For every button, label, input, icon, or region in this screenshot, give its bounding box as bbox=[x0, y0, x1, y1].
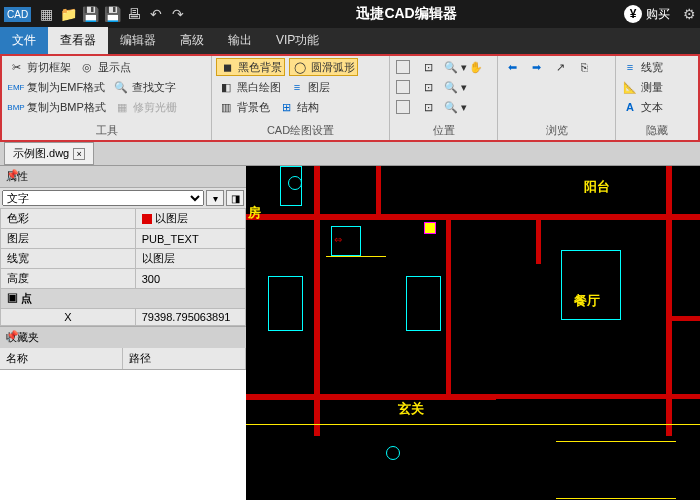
x-cell[interactable]: 79398.795063891 bbox=[135, 309, 245, 326]
buy-button[interactable]: ¥ 购买 bbox=[624, 5, 670, 23]
pin-icon[interactable]: 📌 bbox=[6, 330, 18, 341]
linewidth-button[interactable]: ≡线宽 bbox=[620, 58, 694, 76]
bw-icon: ◧ bbox=[218, 79, 234, 95]
undo-icon[interactable]: ↶ bbox=[145, 3, 167, 25]
nav-copy-button[interactable]: ⎘ bbox=[574, 58, 594, 76]
redo-icon[interactable]: ↷ bbox=[167, 3, 189, 25]
layers-icon: ≡ bbox=[289, 79, 305, 95]
type-combo[interactable]: 文字 bbox=[2, 190, 204, 206]
group-cad-label: CAD绘图设置 bbox=[216, 121, 385, 138]
menu-file[interactable]: 文件 bbox=[0, 27, 48, 54]
zoom-out-button[interactable]: 🔍▾ bbox=[442, 78, 462, 96]
fav-col-name[interactable]: 名称 bbox=[0, 348, 123, 369]
scissors-icon: ✂ bbox=[8, 59, 24, 75]
height-cell[interactable]: 300 bbox=[135, 269, 245, 289]
group-browse-label: 浏览 bbox=[502, 121, 611, 138]
menubar: 文件 查看器 编辑器 高级 输出 VIP功能 bbox=[0, 28, 700, 54]
pan-button[interactable]: ✋ bbox=[466, 58, 486, 76]
nav-right-button[interactable]: ➡ bbox=[526, 58, 546, 76]
app-logo: CAD bbox=[4, 7, 31, 22]
label-room: 房 bbox=[248, 204, 261, 222]
pin-icon[interactable]: 📌 bbox=[6, 169, 18, 180]
emf-icon: EMF bbox=[8, 79, 24, 95]
selection-marker bbox=[424, 222, 436, 234]
clip-frame-button[interactable]: ✂剪切框架 bbox=[6, 58, 73, 76]
ribbon: ✂剪切框架 ◎显示点 EMF复制为EMF格式 🔍查找文字 BMP复制为BMP格式… bbox=[0, 54, 700, 142]
rt-icon: 🔍 bbox=[444, 99, 458, 115]
properties-table: 色彩以图层 图层PUB_TEXT 线宽以图层 高度300 ▣ 点 X79398.… bbox=[0, 208, 246, 326]
black-bg-button[interactable]: ◼黑色背景 bbox=[216, 58, 285, 76]
palette-icon: ▥ bbox=[218, 99, 234, 115]
menu-output[interactable]: 输出 bbox=[216, 27, 264, 54]
zoom-in-button[interactable]: 🔍▾ bbox=[442, 58, 462, 76]
label-balcony: 阳台 bbox=[584, 178, 610, 196]
label-foyer: 玄关 bbox=[398, 400, 424, 418]
zoom-scale-button[interactable]: ⊡ bbox=[418, 98, 438, 116]
search-icon: 🔍 bbox=[113, 79, 129, 95]
bg-color-button[interactable]: ▥背景色 bbox=[216, 98, 272, 116]
zoomin-icon: 🔍 bbox=[444, 59, 458, 75]
dim-label: ⇔ bbox=[334, 234, 342, 245]
text-button[interactable]: A文本 bbox=[620, 98, 694, 116]
nav-out-button[interactable]: ↗ bbox=[550, 58, 570, 76]
menu-viewer[interactable]: 查看器 bbox=[48, 27, 108, 54]
structure-button[interactable]: ⊞结构 bbox=[276, 98, 321, 116]
point-category[interactable]: ▣ 点 bbox=[1, 289, 246, 309]
measure-button[interactable]: 📐测量 bbox=[620, 78, 694, 96]
saveas-icon[interactable]: 💾 bbox=[101, 3, 123, 25]
save-icon[interactable]: 💾 bbox=[79, 3, 101, 25]
combo-btn1[interactable]: ▾ bbox=[206, 190, 224, 206]
sel-icon: ⊡ bbox=[420, 79, 436, 95]
group-hide-label: 隐藏 bbox=[620, 121, 694, 138]
close-tab-icon[interactable]: × bbox=[73, 148, 85, 160]
file-tab-label: 示例图.dwg bbox=[13, 146, 69, 161]
new-icon[interactable]: ▦ bbox=[35, 3, 57, 25]
grid-icon: ▦ bbox=[114, 99, 130, 115]
layers-button[interactable]: ≡图层 bbox=[287, 78, 332, 96]
show-points-button[interactable]: ◎显示点 bbox=[77, 58, 133, 76]
prev-icon bbox=[396, 100, 410, 114]
copy-emf-button[interactable]: EMF复制为EMF格式 bbox=[6, 78, 107, 96]
lw-icon: ≡ bbox=[622, 59, 638, 75]
combo-btn2[interactable]: ◨ bbox=[226, 190, 244, 206]
menu-advanced[interactable]: 高级 bbox=[168, 27, 216, 54]
find-text-button[interactable]: 🔍查找文字 bbox=[111, 78, 178, 96]
lw-cell[interactable]: 以图层 bbox=[135, 249, 245, 269]
properties-header: 属性 📌 bbox=[0, 166, 246, 188]
tree-icon: ⊞ bbox=[278, 99, 294, 115]
open-icon[interactable]: 📁 bbox=[57, 3, 79, 25]
text-icon: A bbox=[622, 99, 638, 115]
color-swatch bbox=[142, 214, 152, 224]
ruler-icon: 📐 bbox=[622, 79, 638, 95]
layer-cell[interactable]: PUB_TEXT bbox=[135, 229, 245, 249]
bw-draw-button[interactable]: ◧黑白绘图 bbox=[216, 78, 283, 96]
print-icon[interactable]: 🖶 bbox=[123, 3, 145, 25]
blackbg-icon: ◼ bbox=[219, 59, 235, 75]
nav-left-button[interactable]: ⬅ bbox=[502, 58, 522, 76]
menu-editor[interactable]: 编辑器 bbox=[108, 27, 168, 54]
file-tab[interactable]: 示例图.dwg × bbox=[4, 142, 94, 165]
group-position-label: 位置 bbox=[394, 121, 493, 138]
color-cell[interactable]: 以图层 bbox=[135, 209, 245, 229]
zoom-extents-button[interactable] bbox=[394, 58, 414, 76]
group-tools-label: 工具 bbox=[6, 121, 207, 138]
zoom-realtime-button[interactable]: 🔍▾ bbox=[442, 98, 462, 116]
menu-vip[interactable]: VIP功能 bbox=[264, 27, 331, 54]
arc-icon: ◯ bbox=[292, 59, 308, 75]
zoom-all-button[interactable] bbox=[394, 78, 414, 96]
drawing-canvas[interactable]: 阳台 餐厅 玄关 房 ⇔ bbox=[246, 166, 700, 500]
fav-col-path[interactable]: 路径 bbox=[123, 348, 246, 369]
copy-icon: ⎘ bbox=[576, 59, 592, 75]
zoomout-icon: 🔍 bbox=[444, 79, 458, 95]
zoom-prev-button[interactable] bbox=[394, 98, 414, 116]
settings-icon[interactable]: ⚙ bbox=[678, 3, 700, 25]
label-dining: 餐厅 bbox=[574, 292, 600, 310]
zoom-window-button[interactable]: ⊡ bbox=[418, 58, 438, 76]
zoom-sel-button[interactable]: ⊡ bbox=[418, 78, 438, 96]
copy-bmp-button[interactable]: BMP复制为BMP格式 bbox=[6, 98, 108, 116]
smooth-arc-button[interactable]: ◯圆滑弧形 bbox=[289, 58, 358, 76]
favorites-list bbox=[0, 370, 246, 500]
trim-raster-button[interactable]: ▦修剪光栅 bbox=[112, 98, 179, 116]
export-icon: ↗ bbox=[552, 59, 568, 75]
arrow-right-icon: ➡ bbox=[528, 59, 544, 75]
